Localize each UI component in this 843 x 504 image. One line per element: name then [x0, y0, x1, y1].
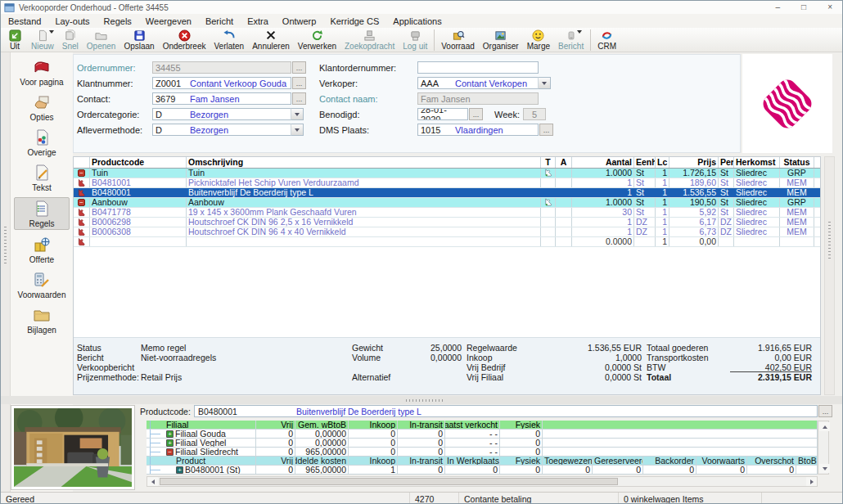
sidebar-item-regels[interactable]: Regels — [14, 197, 70, 230]
message-dropdown-arrow-icon[interactable] — [577, 30, 582, 34]
maximize-button[interactable]: □ — [801, 2, 806, 13]
menu-ontwerp[interactable]: Ontwerp — [282, 16, 317, 26]
sidebar-item-voor-pagina[interactable]: Voor pagina — [14, 56, 70, 88]
aflevermethode-select[interactable]: DBezorgen — [152, 124, 291, 136]
header-prijs[interactable]: Prijs — [669, 157, 719, 168]
menu-layouts[interactable]: Lay-outs — [55, 16, 89, 26]
header-gereserveerd[interactable]: Gereserveerd — [593, 457, 643, 465]
scrollbar-thumb[interactable] — [160, 478, 618, 485]
group-collapse-icon[interactable] — [78, 169, 85, 177]
header-inkoop[interactable]: Inkoop — [349, 421, 398, 429]
ordercategorie-select[interactable]: DBezorgen — [152, 108, 291, 120]
branch-row-gouda[interactable]: Filiaal Gouda 0 0,00000 0 0 - - 0 — [147, 430, 818, 439]
search-button[interactable]: Zoekopdracht — [340, 29, 399, 52]
contact-input[interactable]: 3679Fam Jansen — [152, 92, 291, 105]
process-button[interactable]: Verwerken — [294, 29, 340, 52]
header-omschrijving[interactable]: Omschrijving — [187, 157, 541, 168]
table-row-selected[interactable]: B0480001 Buitenverblijf De Boerderij typ… — [74, 188, 820, 198]
table-row-product[interactable]: B0481001 Picknicktafel Het Schip Vuren V… — [74, 178, 820, 188]
header-in-transit[interactable]: In-transit — [398, 457, 445, 465]
header-voorwaarts[interactable]: Voorwaarts — [696, 457, 747, 465]
header-productcode[interactable]: Productcode — [90, 157, 187, 168]
cancel-button[interactable]: Annuleren — [248, 29, 294, 52]
expand-icon[interactable] — [166, 439, 174, 447]
header-in-werkplaats[interactable]: In Werkplaats — [445, 457, 500, 465]
menu-extra[interactable]: Extra — [247, 16, 268, 26]
new-dropdown-arrow-icon[interactable] — [49, 30, 54, 34]
leave-button[interactable]: Verlaten — [210, 29, 248, 52]
product-stock-row[interactable]: B0480001 (St) 0 965,00000 1 0 0 0 0 0 0 … — [147, 466, 818, 475]
horizontal-splitter[interactable] — [1, 396, 843, 404]
header-per[interactable]: Per — [719, 157, 734, 168]
branch-row-sliedrecht[interactable]: Filiaal Sliedrecht 0 965,00000 0 0 - - 0 — [147, 448, 818, 457]
scroll-left-button[interactable] — [147, 477, 158, 486]
table-row-product[interactable]: B0006298 Houtschroef CK DIN 96 2,5 x 16 … — [74, 218, 820, 227]
detail-horizontal-scrollbar[interactable] — [147, 476, 818, 487]
klantnummer-input[interactable]: Z0001Contant Verkoop Gouda — [152, 77, 291, 89]
header-status[interactable]: Status — [780, 157, 814, 168]
stock-button[interactable]: Voorraad — [437, 29, 479, 52]
scroll-up-button[interactable] — [819, 422, 830, 431]
left-splitter-handle[interactable] — [4, 224, 7, 263]
table-row-group-aanbouw[interactable]: Aanbouw Aanbouw 1.0000 St 1 190,50 St Sl… — [74, 198, 820, 208]
detail-productcode-input[interactable]: B0480001 Buitenverblijf De Boerderij typ… — [194, 405, 818, 417]
benodigd-date-input[interactable]: 28-01-2020 — [417, 108, 468, 120]
collapse-icon[interactable] — [166, 448, 174, 456]
sidebar-item-opties[interactable]: Opties — [14, 92, 70, 123]
dms-plaats-lookup-button[interactable]: ... — [539, 124, 553, 136]
expand-icon[interactable] — [176, 466, 183, 474]
minimize-button[interactable]: – — [776, 2, 781, 13]
sidebar-item-tekst[interactable]: Tekst — [14, 162, 70, 193]
header-eenh[interactable]: Eenh — [634, 157, 656, 168]
header-backorder[interactable]: Backorder — [643, 457, 696, 465]
header-vrij[interactable]: Vrij — [256, 421, 295, 429]
crm-button[interactable]: CRM — [593, 29, 620, 52]
message-button[interactable]: Bericht — [554, 29, 588, 52]
header-toegewezen[interactable]: Toegewezen — [543, 457, 593, 465]
dms-plaats-input[interactable]: 1015Vlaardingen — [417, 124, 539, 136]
new-button[interactable]: Nieuw — [27, 29, 58, 52]
margin-button[interactable]: Marge — [523, 29, 554, 52]
left-splitter[interactable] — [1, 52, 11, 492]
horizontal-splitter-handle[interactable] — [406, 399, 445, 402]
header-filiaal[interactable]: Filiaal — [165, 421, 256, 429]
aflevermethode-dropdown-button[interactable] — [291, 124, 304, 136]
table-row-product[interactable]: B0471778 19 x 145 x 3600mm Plank Geschaa… — [74, 208, 820, 218]
contact-lookup-button[interactable]: ... — [292, 92, 306, 105]
organiser-button[interactable]: Organiser — [479, 29, 523, 52]
group-collapse-icon[interactable] — [78, 199, 85, 206]
open-button[interactable]: Openen — [83, 29, 120, 52]
save-button[interactable]: Opslaan — [119, 29, 158, 52]
logout-button[interactable]: Log uit — [399, 29, 431, 52]
header-product[interactable]: Product — [165, 457, 256, 465]
right-splitter-handle[interactable] — [828, 219, 831, 259]
close-button[interactable]: × — [827, 2, 832, 13]
menu-bericht[interactable]: Bericht — [205, 16, 233, 26]
table-row-group-tuin[interactable]: Tuin Tuin 1.0000 St 1 1.726,15 St Sliedr… — [74, 169, 820, 178]
verkoper-dropdown-button[interactable] — [538, 77, 551, 89]
table-row-product[interactable]: B0006308 Houtschroef CK DIN 96 4 x 40 Ve… — [74, 227, 820, 237]
header-lc[interactable]: Lc — [656, 157, 669, 168]
detail-vertical-scrollbar[interactable] — [818, 421, 829, 475]
sidebar-item-offerte[interactable]: Offerte — [14, 234, 70, 265]
interrupt-button[interactable]: Onderbreek — [159, 29, 210, 52]
header-laatst-verkocht[interactable]: Laatst verkocht — [445, 421, 500, 429]
detail-lookup-button[interactable]: ... — [818, 405, 832, 417]
header-t[interactable]: T — [541, 157, 556, 168]
header-gemiddelde-kosten[interactable]: Gemiddelde kosten — [295, 457, 349, 465]
ordercategorie-dropdown-button[interactable] — [291, 108, 304, 120]
menu-applications[interactable]: Applications — [393, 16, 441, 26]
header-fysiek[interactable]: Fysiek — [500, 421, 543, 429]
header-btob[interactable]: BtoB o — [796, 457, 818, 465]
header-herkomst[interactable]: Herkomst — [734, 157, 780, 168]
menu-weergeven[interactable]: Weergeven — [146, 16, 192, 26]
branch-row-veghel[interactable]: Filiaal Veghel 0 0,00000 0 0 - - 0 — [147, 439, 818, 448]
exit-button[interactable]: Uit — [2, 29, 27, 52]
right-splitter[interactable] — [824, 156, 835, 395]
scroll-down-button[interactable] — [819, 464, 830, 473]
table-row-new-entry[interactable]: 0.0000 1 0,00 — [74, 237, 820, 247]
benodigd-calendar-button[interactable]: ... — [469, 108, 483, 120]
header-gem-wbtob[interactable]: Gem. wBtoB — [295, 421, 349, 429]
klantnummer-lookup-button[interactable]: ... — [292, 77, 306, 89]
scroll-right-button[interactable] — [806, 477, 817, 486]
